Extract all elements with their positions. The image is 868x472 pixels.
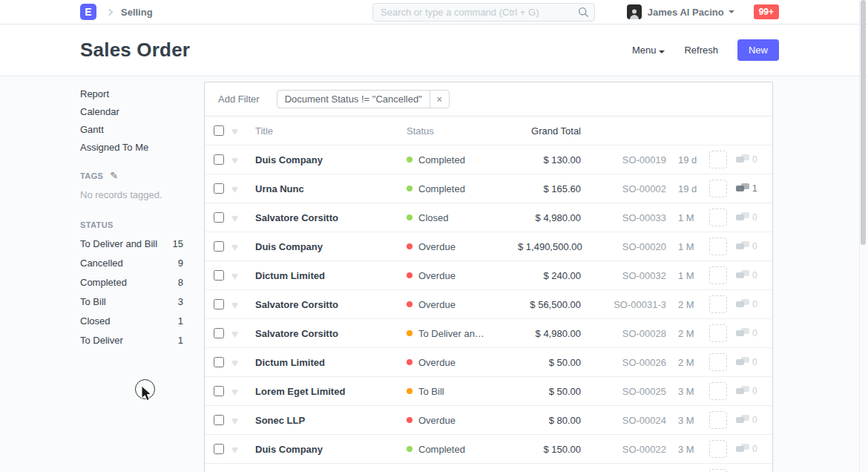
assignee-placeholder[interactable] [709, 237, 727, 255]
sales-order-row[interactable]: ♥ Lorem Eget Limited To Bill $ 50.00 SO-… [205, 376, 772, 405]
row-checkbox[interactable] [214, 212, 224, 223]
scrollbar-thumb[interactable] [861, 0, 866, 245]
sidebar-view-link[interactable]: Assigned To Me [80, 142, 204, 152]
row-document-id[interactable]: SO-00019 [581, 154, 666, 165]
sidebar-view-link[interactable]: Report [80, 89, 204, 99]
row-comments[interactable]: 0 [736, 386, 763, 396]
sales-order-row[interactable]: ♥ Duis Company Completed $ 130.00 SO-000… [205, 145, 772, 174]
edit-tags-icon[interactable]: ✎ [110, 170, 118, 181]
like-heart-icon[interactable]: ♥ [231, 328, 255, 339]
row-document-id[interactable]: SO-00002 [581, 183, 666, 194]
sidebar-view-link[interactable]: Calendar [80, 107, 204, 117]
assignee-placeholder[interactable] [709, 295, 727, 313]
menu-button[interactable]: Menu [632, 45, 665, 56]
row-checkbox[interactable] [214, 415, 224, 425]
sales-order-row[interactable]: ♥ Urna Nunc Completed $ 165.60 SO-00002 … [205, 174, 772, 203]
row-document-id[interactable]: SO-00025 [581, 386, 666, 397]
active-filter-chip[interactable]: Document Status != "Cancelled" × [277, 90, 450, 108]
liked-filter-heart-icon[interactable]: ♥ [231, 125, 255, 137]
row-comments[interactable]: 0 [736, 415, 763, 425]
scrollbar-track[interactable] [859, 0, 867, 472]
assignee-placeholder[interactable] [709, 411, 727, 429]
row-document-id[interactable]: SO-00022 [581, 444, 666, 455]
assignee-placeholder[interactable] [709, 151, 727, 168]
sales-order-row[interactable]: ♥ Dictum Limited Overdue $ 50.00 SO-0002… [205, 347, 772, 376]
assignee-placeholder[interactable] [709, 353, 727, 371]
row-title[interactable]: Salvatore Corsitto [255, 212, 407, 223]
row-title[interactable]: Sonec LLP [255, 415, 407, 426]
row-document-id[interactable]: SO-00031-3 [581, 299, 666, 310]
row-checkbox[interactable] [214, 386, 224, 396]
assignee-placeholder[interactable] [709, 382, 727, 400]
row-document-id[interactable]: SO-00032 [581, 270, 666, 281]
like-heart-icon[interactable]: ♥ [231, 212, 255, 223]
search-input[interactable] [372, 3, 595, 22]
row-title[interactable]: Duis Company [255, 241, 407, 252]
add-filter-button[interactable]: Add Filter [218, 94, 260, 105]
row-comments[interactable]: 0 [736, 270, 763, 281]
app-logo[interactable]: E [80, 4, 96, 20]
sales-order-row[interactable]: ♥ Dictum Limited Overdue $ 240.00 SO-000… [205, 260, 772, 289]
row-checkbox[interactable] [214, 154, 224, 165]
row-title[interactable]: Duis Company [255, 444, 407, 455]
row-checkbox[interactable] [214, 444, 224, 454]
sales-order-row[interactable]: ♥ Salvatore Corsitto To Deliver an… $ 4,… [205, 318, 772, 347]
assignee-placeholder[interactable] [709, 324, 727, 342]
row-title[interactable]: Salvatore Corsitto [255, 299, 407, 310]
sales-order-row[interactable]: ♥ Sonec LLP Overdue $ 80.00 SO-00024 3 M… [205, 405, 772, 434]
row-comments[interactable]: 1 [736, 183, 763, 194]
like-heart-icon[interactable]: ♥ [231, 183, 255, 194]
row-comments[interactable]: 0 [736, 154, 763, 165]
sales-order-row[interactable]: ♥ Salvatore Corsitto Closed $ 4,980.00 S… [205, 203, 772, 232]
refresh-button[interactable]: Refresh [684, 45, 718, 56]
assignee-placeholder[interactable] [709, 180, 727, 197]
row-comments[interactable]: 0 [736, 328, 763, 338]
row-title[interactable]: Salvatore Corsitto [255, 328, 407, 339]
row-document-id[interactable]: SO-00033 [581, 212, 666, 223]
row-checkbox[interactable] [214, 357, 224, 367]
row-document-id[interactable]: SO-00024 [581, 415, 666, 426]
row-title[interactable]: Dictum Limited [255, 357, 407, 368]
row-checkbox[interactable] [214, 183, 224, 194]
status-filter-item[interactable]: To Deliver and Bill 15 [80, 238, 183, 249]
like-heart-icon[interactable]: ♥ [231, 357, 255, 368]
assignee-placeholder[interactable] [709, 440, 727, 458]
sidebar-view-link[interactable]: Gantt [80, 125, 204, 134]
status-filter-item[interactable]: To Deliver 1 [80, 335, 183, 346]
notifications-badge[interactable]: 99+ [754, 4, 779, 19]
assignee-placeholder[interactable] [709, 209, 727, 226]
user-avatar[interactable] [627, 4, 642, 19]
row-checkbox[interactable] [214, 299, 224, 309]
sales-order-row[interactable]: ♥ Duis Company Overdue $ 1,490,500.00 SO… [205, 232, 772, 260]
row-document-id[interactable]: SO-00026 [581, 357, 666, 368]
sales-order-row[interactable]: ♥ Salvatore Corsitto Overdue $ 56,500.00… [205, 289, 772, 318]
status-filter-item[interactable]: Cancelled 9 [80, 258, 183, 269]
remove-filter-icon[interactable]: × [430, 91, 449, 108]
row-checkbox[interactable] [214, 270, 224, 281]
like-heart-icon[interactable]: ♥ [231, 270, 255, 281]
new-button[interactable]: New [737, 39, 779, 61]
status-filter-item[interactable]: Completed 8 [80, 277, 183, 288]
status-filter-item[interactable]: To Bill 3 [80, 296, 183, 307]
row-comments[interactable]: 0 [736, 241, 763, 252]
row-comments[interactable]: 0 [736, 212, 763, 223]
row-comments[interactable]: 0 [736, 299, 763, 309]
like-heart-icon[interactable]: ♥ [231, 299, 255, 310]
like-heart-icon[interactable]: ♥ [231, 415, 255, 426]
row-comments[interactable]: 0 [736, 444, 763, 454]
row-document-id[interactable]: SO-00020 [581, 241, 666, 252]
row-title[interactable]: Duis Company [255, 154, 407, 165]
sales-order-row[interactable]: ♥ Duis Company Completed $ 150.00 SO-000… [205, 434, 772, 463]
row-title[interactable]: Dictum Limited [255, 270, 407, 281]
status-filter-item[interactable]: Closed 1 [80, 315, 183, 327]
row-document-id[interactable]: SO-00028 [581, 328, 666, 339]
active-filter-label[interactable]: Document Status != "Cancelled" [277, 91, 430, 108]
like-heart-icon[interactable]: ♥ [231, 386, 255, 397]
assignee-placeholder[interactable] [709, 469, 727, 472]
breadcrumb[interactable]: Selling [121, 7, 153, 18]
row-title[interactable]: Lorem Eget Limited [255, 386, 407, 397]
like-heart-icon[interactable]: ♥ [231, 241, 255, 252]
row-comments[interactable]: 0 [736, 357, 763, 367]
user-menu[interactable]: James Al Pacino [648, 7, 724, 18]
sales-order-row-partial[interactable]: ♥ [205, 463, 772, 472]
